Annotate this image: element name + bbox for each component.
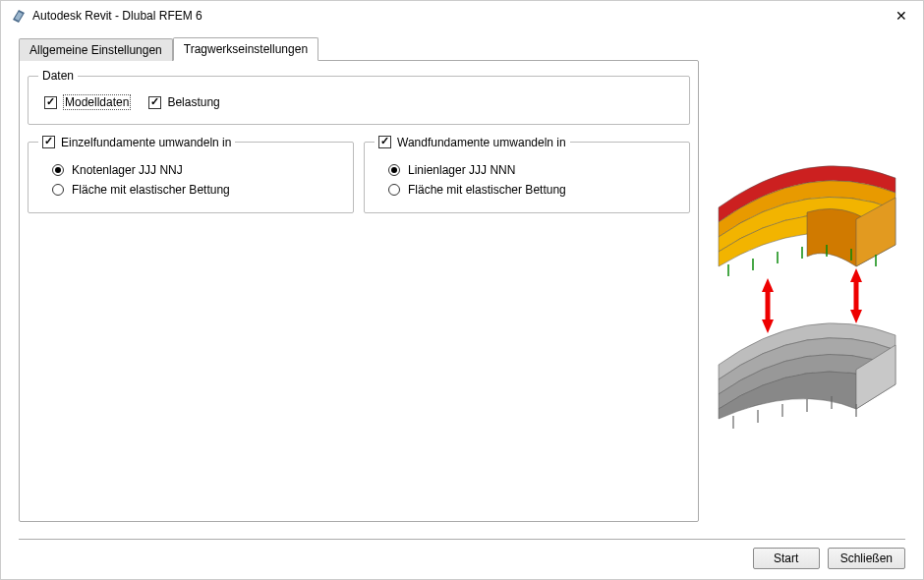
app-icon [11, 8, 27, 24]
group-wandfundamente: Wandfundamente umwandeln in Linienlager … [364, 135, 690, 213]
checkbox-modelldaten-label: Modelldaten [63, 94, 131, 110]
settings-panel: Daten Modelldaten Belastung [19, 60, 699, 522]
start-button[interactable]: Start [753, 548, 820, 569]
svg-marker-14 [850, 310, 862, 323]
preview-panel [709, 60, 905, 533]
building-illustration [709, 139, 905, 434]
check-icon [378, 136, 391, 148]
close-icon[interactable]: ✕ [890, 8, 913, 24]
svg-marker-13 [850, 268, 862, 282]
radio-wand-flaeche[interactable]: Fläche mit elastischer Bettung [388, 183, 566, 197]
checkbox-einzel[interactable]: Einzelfundamente umwandeln in [42, 136, 231, 149]
radio-knotenlager[interactable]: Knotenlager JJJ NNJ [52, 163, 183, 177]
svg-marker-10 [762, 278, 774, 292]
radio-icon [388, 184, 400, 196]
close-button[interactable]: Schließen [828, 548, 905, 569]
check-icon [148, 96, 161, 109]
group-wand-legend: Wandfundamente umwandeln in [375, 135, 570, 149]
checkbox-wand-label: Wandfundamente umwandeln in [397, 136, 566, 149]
radio-einzel-flaeche[interactable]: Fläche mit elastischer Bettung [52, 183, 230, 197]
radio-icon [52, 164, 64, 176]
checkbox-belastung-label: Belastung [167, 95, 219, 109]
checkbox-einzel-label: Einzelfundamente umwandeln in [61, 136, 231, 149]
window-title: Autodesk Revit - Dlubal RFEM 6 [32, 9, 890, 23]
tab-row: Allgemeine Einstellungen Tragwerkseinste… [19, 36, 905, 60]
check-icon [42, 136, 55, 148]
svg-marker-11 [762, 319, 774, 333]
dialog-footer: Start Schließen [19, 539, 905, 579]
radio-icon [388, 164, 400, 176]
radio-einzel-flaeche-label: Fläche mit elastischer Bettung [72, 183, 230, 197]
radio-icon [52, 184, 64, 196]
radio-linienlager-label: Linienlager JJJ NNN [408, 163, 515, 177]
group-daten-legend: Daten [38, 69, 78, 83]
radio-linienlager[interactable]: Linienlager JJJ NNN [388, 163, 515, 177]
group-einzelfundamente: Einzelfundamente umwandeln in Knotenlage… [28, 135, 354, 213]
tab-tragwerk[interactable]: Tragwerkseinstellungen [173, 37, 318, 61]
group-einzel-legend: Einzelfundamente umwandeln in [38, 135, 235, 149]
radio-knotenlager-label: Knotenlager JJJ NNJ [72, 163, 183, 177]
dialog-window: Autodesk Revit - Dlubal RFEM 6 ✕ Allgeme… [0, 0, 924, 580]
tab-allgemeine[interactable]: Allgemeine Einstellungen [19, 38, 173, 61]
checkbox-modelldaten[interactable]: Modelldaten [44, 94, 131, 110]
checkbox-belastung[interactable]: Belastung [148, 95, 219, 109]
group-daten: Daten Modelldaten Belastung [28, 69, 690, 125]
titlebar: Autodesk Revit - Dlubal RFEM 6 ✕ [1, 1, 923, 29]
columns: Daten Modelldaten Belastung [19, 60, 905, 533]
checkbox-wand[interactable]: Wandfundamente umwandeln in [378, 136, 566, 149]
content-area: Allgemeine Einstellungen Tragwerkseinste… [1, 29, 923, 533]
radio-wand-flaeche-label: Fläche mit elastischer Bettung [408, 183, 566, 197]
check-icon [44, 96, 57, 109]
